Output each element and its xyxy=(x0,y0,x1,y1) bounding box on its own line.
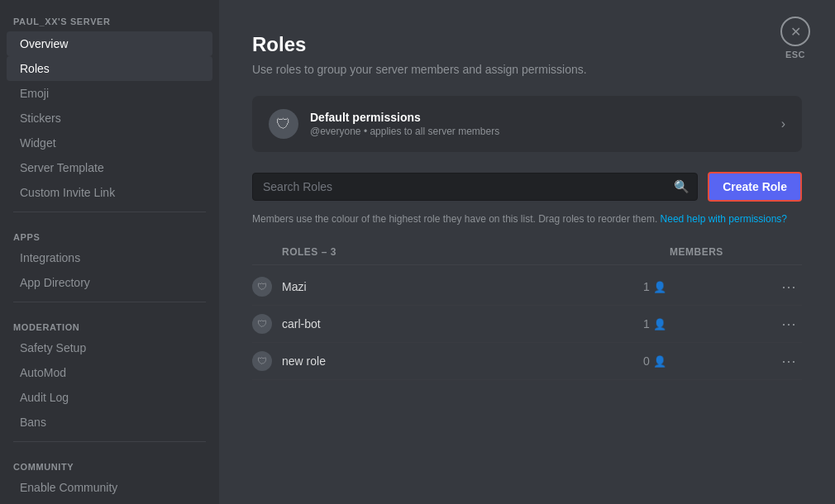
search-roles-input[interactable] xyxy=(252,173,698,201)
esc-circle-icon[interactable]: ✕ xyxy=(780,17,810,46)
member-count: 1 xyxy=(643,317,650,330)
sidebar-label-safety-setup: Safety Setup xyxy=(20,341,86,354)
member-count: 1 xyxy=(643,280,650,293)
sidebar-item-enable-community[interactable]: Enable Community xyxy=(7,475,212,500)
sidebar-item-app-directory[interactable]: App Directory xyxy=(7,270,212,295)
sidebar-item-overview[interactable]: Overview xyxy=(7,31,212,56)
sidebar-label-app-directory: App Directory xyxy=(20,276,90,289)
section-label-apps: APPS xyxy=(0,219,219,245)
shield-icon: 🛡 xyxy=(269,109,298,139)
search-container: 🔍 xyxy=(252,173,698,201)
sidebar-label-enable-community: Enable Community xyxy=(20,481,117,494)
esc-label: ESC xyxy=(785,50,805,59)
role-name: new role xyxy=(282,354,643,368)
divider-community xyxy=(13,441,206,442)
role-name: Mazi xyxy=(282,280,643,293)
create-role-button[interactable]: Create Role xyxy=(708,172,802,202)
sidebar-item-integrations[interactable]: Integrations xyxy=(7,245,212,270)
role-members-count: 1 👤 xyxy=(643,317,775,330)
sidebar-item-custom-invite-link[interactable]: Custom Invite Link xyxy=(7,180,212,205)
role-more-button[interactable]: ⋯ xyxy=(775,315,802,333)
sidebar-item-stickers[interactable]: Stickers xyxy=(7,106,212,131)
section-label-community: COMMUNITY xyxy=(0,449,219,475)
main-content: ✕ ESC Roles Use roles to group your serv… xyxy=(219,0,835,504)
page-title: Roles xyxy=(252,33,802,56)
table-row[interactable]: 🛡 Mazi 1 👤 ⋯ xyxy=(252,269,802,306)
role-shield-icon: 🛡 xyxy=(252,277,272,297)
role-more-button[interactable]: ⋯ xyxy=(775,278,802,296)
sidebar-item-emoji[interactable]: Emoji xyxy=(7,81,212,106)
roles-list: 🛡 Mazi 1 👤 ⋯ 🛡 carl-bot 1 👤 ⋯ 🛡 new role… xyxy=(252,269,802,380)
default-permissions-info: Default permissions @everyone • applies … xyxy=(310,111,499,137)
sidebar-label-widget: Widget xyxy=(20,136,56,150)
server-name-label: PAUL_XX'S SERVER xyxy=(0,10,219,31)
section-label-moderation: MODERATION xyxy=(0,309,219,335)
role-name: carl-bot xyxy=(282,317,643,330)
default-permissions-title: Default permissions xyxy=(310,111,499,124)
role-members-count: 0 👤 xyxy=(643,354,775,368)
sidebar-item-server-template[interactable]: Server Template xyxy=(7,155,212,180)
sidebar-item-safety-setup[interactable]: Safety Setup xyxy=(7,335,212,360)
divider-apps xyxy=(13,212,206,212)
permissions-help-link[interactable]: Need help with permissions? xyxy=(661,213,787,225)
default-permissions-subtitle: @everyone • applies to all server member… xyxy=(310,126,499,137)
sidebar-label-bans: Bans xyxy=(20,416,46,429)
sidebar-label-custom-invite-link: Custom Invite Link xyxy=(20,186,115,199)
sidebar-label-server-template: Server Template xyxy=(20,161,104,174)
chevron-right-icon: › xyxy=(781,116,785,131)
role-shield-icon: 🛡 xyxy=(252,314,272,334)
divider-moderation xyxy=(13,302,206,302)
info-text-part1: Members use the colour of the highest ro… xyxy=(252,213,657,225)
sidebar-label-integrations: Integrations xyxy=(20,251,80,264)
default-permissions-left: 🛡 Default permissions @everyone • applie… xyxy=(269,109,499,139)
role-shield-icon: 🛡 xyxy=(252,351,272,371)
page-subtitle: Use roles to group your server members a… xyxy=(252,63,802,76)
role-more-button[interactable]: ⋯ xyxy=(775,352,802,370)
sidebar-label-stickers: Stickers xyxy=(20,112,61,125)
roles-table-header: ROLES – 3 MEMBERS xyxy=(252,243,802,265)
table-row[interactable]: 🛡 carl-bot 1 👤 ⋯ xyxy=(252,306,802,343)
sidebar-item-audit-log[interactable]: Audit Log xyxy=(7,385,212,410)
member-icon: 👤 xyxy=(653,281,666,293)
info-text: Members use the colour of the highest ro… xyxy=(252,212,802,226)
search-create-row: 🔍 Create Role xyxy=(252,172,802,202)
sidebar-label-roles: Roles xyxy=(20,62,50,75)
member-icon: 👤 xyxy=(653,355,666,368)
sidebar-label-audit-log: Audit Log xyxy=(20,391,69,404)
roles-col-header-role: ROLES – 3 xyxy=(252,246,670,258)
member-count: 0 xyxy=(643,354,650,368)
sidebar-label-overview: Overview xyxy=(20,37,68,50)
sidebar: PAUL_XX'S SERVER Overview Roles Emoji St… xyxy=(0,0,219,504)
default-permissions-card[interactable]: 🛡 Default permissions @everyone • applie… xyxy=(252,96,802,152)
sidebar-label-emoji: Emoji xyxy=(20,87,49,100)
sidebar-item-widget[interactable]: Widget xyxy=(7,131,212,155)
member-icon: 👤 xyxy=(653,318,666,330)
sidebar-label-automod: AutoMod xyxy=(20,366,66,379)
role-members-count: 1 👤 xyxy=(643,280,775,293)
sidebar-item-bans[interactable]: Bans xyxy=(7,410,212,435)
table-row[interactable]: 🛡 new role 0 👤 ⋯ xyxy=(252,343,802,380)
esc-button[interactable]: ✕ ESC xyxy=(780,17,810,59)
sidebar-item-automod[interactable]: AutoMod xyxy=(7,360,212,385)
sidebar-item-roles[interactable]: Roles xyxy=(7,56,212,81)
roles-col-header-members: MEMBERS xyxy=(670,246,802,258)
